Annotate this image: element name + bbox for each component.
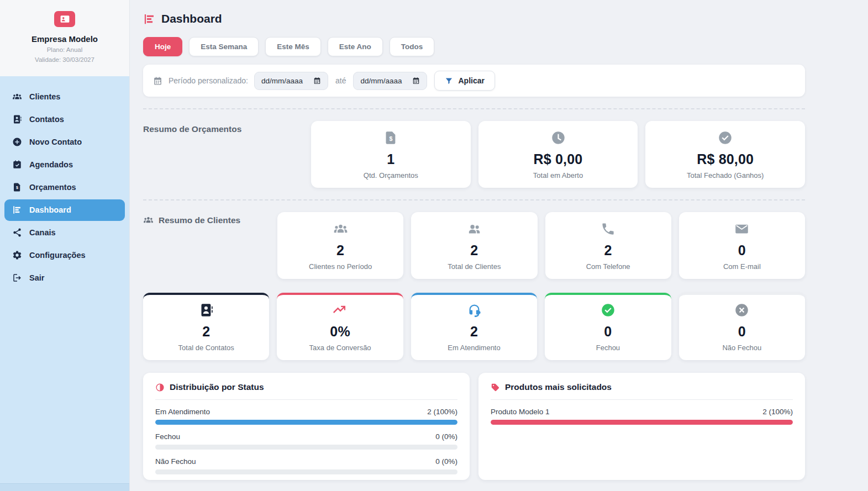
users-icon	[143, 215, 154, 225]
date-to-field[interactable]	[360, 77, 407, 85]
clock-icon	[551, 130, 566, 145]
filter-button-este-ano[interactable]: Este Ano	[328, 37, 383, 56]
stat-card: R$ 80,00Total Fechado (Ganhos)	[645, 121, 805, 188]
sidebar-item-label: Configurações	[29, 251, 86, 260]
status-cards: 2Total de Contatos0%Taxa de Conversão2Em…	[143, 293, 805, 360]
file-invoice-icon: $	[383, 130, 398, 145]
sidebar-item-canais[interactable]: Canais	[4, 222, 125, 244]
filter-buttons: HojeEsta SemanaEste MêsEste AnoTodos	[143, 37, 805, 56]
stat-label: Total Fechado (Ganhos)	[651, 171, 799, 179]
filter-button-este-mês[interactable]: Este Mês	[265, 37, 321, 56]
stat-label: Fechou	[550, 344, 665, 352]
filter-button-esta-semana[interactable]: Esta Semana	[189, 37, 259, 56]
stat-label: Total de Contatos	[149, 344, 264, 352]
progress-fill	[491, 420, 793, 425]
stat-card: 0Com E-mail	[679, 212, 805, 279]
stat-label: Em Atendimento	[417, 344, 532, 352]
stat-card: 2Clientes no Período	[277, 212, 403, 279]
bottom-panels: Distribuição por Status Em Atendimento2 …	[143, 373, 805, 480]
sidebar-item-label: Agendados	[29, 160, 73, 169]
tag-icon	[491, 383, 500, 392]
headset-icon	[467, 303, 482, 318]
stat-label: Taxa de Conversão	[282, 344, 397, 352]
sidebar-menu: ClientesContatosNovo ContatoAgendados$Or…	[0, 76, 129, 483]
company-badge-icon	[54, 11, 75, 27]
sidebar-item-contatos[interactable]: Contatos	[4, 109, 125, 130]
stat-value: 1	[317, 151, 465, 167]
sidebar-item-agendados[interactable]: Agendados	[4, 154, 125, 176]
apply-button-label: Aplicar	[458, 76, 484, 85]
date-picker-icon[interactable]	[313, 77, 321, 85]
products-panel-title: Produtos mais solicitados	[505, 382, 612, 392]
stat-card: 2Em Atendimento	[411, 293, 537, 360]
sidebar-item-label: Novo Contato	[29, 138, 82, 146]
stat-card: 2Total de Clientes	[411, 212, 537, 279]
stat-value: 0	[685, 324, 799, 340]
filter-button-todos[interactable]: Todos	[390, 37, 435, 56]
stat-value: 2	[417, 242, 532, 258]
panel-header: Distribuição por Status	[155, 382, 457, 400]
share-nodes-icon	[12, 228, 22, 237]
dashboard-title-icon	[143, 13, 156, 25]
trend-up-icon	[333, 303, 348, 318]
orcamentos-section-title: Resumo de Orçamentos	[143, 121, 303, 188]
status-rows: Em Atendimento2 (100%)Fechou0 (0%)Não Fe…	[155, 408, 457, 474]
panel-header: Produtos mais solicitados	[491, 382, 793, 400]
sidebar-item-sair[interactable]: Sair	[4, 267, 125, 289]
products-panel: Produtos mais solicitados Produto Modelo…	[478, 373, 805, 480]
progress-value: 2 (100%)	[427, 408, 457, 416]
app-root: Empresa Modelo Plano: Anual Validade: 30…	[0, 0, 868, 491]
dashed-divider	[143, 108, 805, 109]
sidebar-item-orcamentos[interactable]: $Orçamentos	[4, 177, 125, 198]
company-validity: Validade: 30/03/2027	[6, 56, 124, 64]
svg-text:$: $	[389, 135, 392, 142]
date-picker-icon[interactable]	[412, 77, 420, 85]
stat-label: Qtd. Orçamentos	[317, 171, 465, 179]
progress-row: Fechou0 (0%)	[155, 432, 457, 450]
user-friends-icon	[467, 221, 482, 236]
stat-value: R$ 0,00	[484, 151, 633, 167]
file-invoice-icon: $	[12, 182, 22, 192]
apply-button[interactable]: Aplicar	[434, 71, 495, 91]
filter-button-hoje[interactable]: Hoje	[143, 37, 182, 56]
date-to-input[interactable]	[353, 72, 427, 90]
stat-card: R$ 0,00Total em Aberto	[478, 121, 638, 188]
users-icon	[12, 92, 22, 102]
progress-track	[491, 420, 793, 425]
sidebar-item-label: Dashboard	[29, 205, 71, 214]
chart-bars-icon	[12, 205, 22, 215]
orcamentos-cards: $1Qtd. OrçamentosR$ 0,00Total em AbertoR…	[311, 121, 805, 188]
progress-label: Não Fechou	[155, 457, 196, 466]
progress-value: 2 (100%)	[762, 408, 793, 416]
page-title-row: Dashboard	[143, 12, 805, 25]
calendar-icon	[153, 76, 162, 86]
page-title: Dashboard	[161, 12, 222, 25]
sign-out-icon	[12, 273, 22, 283]
stat-value: 2	[149, 324, 264, 340]
clientes-section-title: Resumo de Clientes	[143, 212, 270, 279]
progress-value: 0 (0%)	[435, 432, 457, 441]
sidebar-item-configuracoes[interactable]: Configurações	[4, 245, 125, 266]
clientes-section-title-text: Resumo de Clientes	[159, 215, 240, 225]
x-circle-icon	[734, 303, 749, 318]
clientes-cards: 2Clientes no Período2Total de Clientes2C…	[277, 212, 805, 279]
sidebar-item-novo-contato[interactable]: Novo Contato	[4, 131, 125, 153]
stat-value: 0	[550, 324, 665, 340]
filter-funnel-icon	[445, 77, 453, 85]
calendar-check-icon	[12, 160, 22, 170]
sidebar-item-dashboard[interactable]: Dashboard	[4, 199, 125, 221]
sidebar-item-label: Contatos	[29, 115, 64, 124]
sidebar-item-clientes[interactable]: Clientes	[4, 86, 125, 108]
gear-icon	[12, 250, 22, 260]
stat-label: Total de Clientes	[417, 262, 532, 271]
check-circle-icon	[601, 303, 616, 318]
orcamentos-section: Resumo de Orçamentos $1Qtd. OrçamentosR$…	[143, 121, 805, 188]
progress-label: Produto Modelo 1	[491, 408, 550, 416]
company-header: Empresa Modelo Plano: Anual Validade: 30…	[0, 0, 129, 76]
progress-track	[155, 469, 457, 474]
date-from-field[interactable]	[261, 77, 308, 85]
sidebar-footer	[0, 483, 129, 491]
stat-card: 0Não Fechou	[679, 293, 805, 360]
date-from-input[interactable]	[254, 72, 328, 90]
address-book-icon	[199, 303, 214, 318]
